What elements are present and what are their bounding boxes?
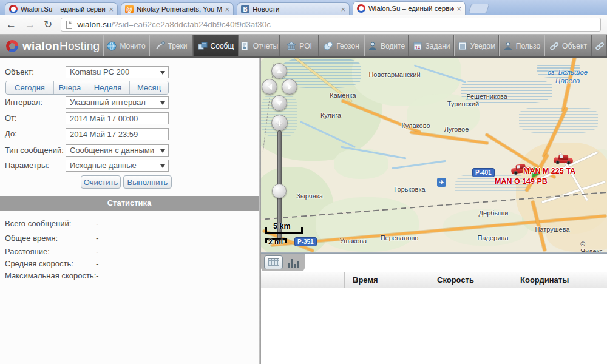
page-icon bbox=[66, 21, 72, 29]
nav-item-users[interactable]: Пользо bbox=[499, 35, 544, 56]
pan-up-button[interactable] bbox=[271, 63, 287, 79]
nav-item-jobs[interactable]: 14 Задани bbox=[409, 35, 454, 56]
nav-item-drivers[interactable]: Водите bbox=[364, 35, 409, 56]
yandex-map[interactable]: Новотарманский Каменка Туринский Решетни… bbox=[261, 58, 607, 252]
nav-item-partial[interactable] bbox=[592, 35, 607, 56]
nav-item-label: Сообщ bbox=[211, 42, 234, 50]
tab-title: Wialon.Su – единый сервис bbox=[21, 5, 106, 13]
lake-label: оз. Большое Царево bbox=[536, 69, 599, 86]
wialon-toolbar: wialonHosting Монито Треки Сообщ Отчеты … bbox=[0, 35, 607, 58]
stat-value: - bbox=[96, 247, 98, 256]
vehicle-label[interactable]: MAN М 225 ТА bbox=[523, 167, 575, 175]
stat-label: Общее время: bbox=[5, 234, 58, 243]
nav-item-notifications[interactable]: Уведом bbox=[454, 35, 499, 56]
tab-title: Nikolay Pomeranets, You Mig bbox=[137, 5, 222, 13]
map-place-label: Патрушева bbox=[535, 226, 569, 233]
nav-item-label: Геозон bbox=[336, 42, 359, 50]
nav-item-label: Объект bbox=[562, 42, 587, 50]
nav-item-reports[interactable]: Отчеты bbox=[239, 35, 280, 56]
nav-item-tracks[interactable]: Треки bbox=[149, 35, 193, 56]
vehicle-label[interactable]: MAN О 149 РВ bbox=[495, 177, 548, 186]
stat-value: - bbox=[96, 234, 98, 243]
vehicle-marker-man-m225[interactable] bbox=[554, 154, 574, 164]
week-button[interactable]: Неделя bbox=[86, 81, 129, 94]
stat-label: Всего сообщений: bbox=[5, 219, 71, 228]
to-label: До: bbox=[5, 128, 17, 140]
tab-close-icon[interactable]: × bbox=[456, 5, 461, 13]
today-button[interactable]: Сегодня bbox=[6, 81, 53, 94]
to-date-input[interactable] bbox=[66, 128, 169, 140]
track-icon bbox=[155, 41, 165, 51]
nav-item-geofences[interactable]: Геозон bbox=[319, 35, 364, 56]
messages-result-panel: Время Скорость Координаты bbox=[261, 252, 607, 364]
zoom-slider-knob[interactable] bbox=[272, 184, 287, 198]
user-icon bbox=[503, 41, 513, 51]
chevron-down-icon bbox=[160, 71, 165, 75]
column-header-coordinates[interactable]: Координаты bbox=[512, 272, 607, 288]
map-place-label: Кулаково bbox=[401, 122, 430, 129]
from-date-input[interactable] bbox=[66, 112, 169, 124]
browser-tab-news[interactable]: B Новости × bbox=[237, 2, 350, 15]
url-omnibox[interactable]: wialon.su /?sid=ea62ce2a8ddcfab24db9c40f… bbox=[61, 18, 601, 32]
map-place-label: Решетникова bbox=[466, 93, 507, 100]
agent-favicon: @ bbox=[125, 5, 134, 13]
road-badge: Р-401 bbox=[472, 168, 495, 177]
plus-icon: + bbox=[277, 118, 283, 128]
object-select[interactable]: Komatsu PC 200 bbox=[66, 66, 169, 78]
nav-item-poi[interactable]: POI bbox=[280, 35, 319, 56]
yesterday-button[interactable]: Вчера bbox=[53, 81, 86, 94]
nav-item-label: Монито bbox=[120, 42, 145, 50]
pan-right-button[interactable] bbox=[282, 79, 297, 95]
pan-left-button[interactable] bbox=[262, 79, 277, 95]
browser-tab-wialon-1[interactable]: Wialon.Su – единый сервис × bbox=[5, 2, 118, 15]
tab-close-icon[interactable]: × bbox=[109, 5, 114, 13]
reload-button[interactable]: ↻ bbox=[44, 19, 52, 30]
tab-close-icon[interactable]: × bbox=[341, 5, 345, 13]
map-place-label: Падерина bbox=[477, 234, 508, 241]
column-header-speed[interactable]: Скорость bbox=[429, 272, 512, 288]
browser-tab-agent[interactable]: @ Nikolay Pomeranets, You Mig × bbox=[121, 2, 234, 15]
map-place-label: Ушакова bbox=[340, 237, 367, 244]
forward-button[interactable]: → bbox=[25, 19, 35, 30]
scale-km-bracket bbox=[265, 228, 303, 234]
nav-item-label: Отчеты bbox=[253, 42, 278, 50]
map-place-label: Перевалово bbox=[381, 234, 419, 241]
back-button[interactable]: ← bbox=[6, 19, 16, 30]
nav-item-messages[interactable]: Сообщ bbox=[193, 35, 239, 56]
zoom-in-button[interactable]: + bbox=[271, 115, 288, 131]
nav-item-units[interactable]: Объект bbox=[544, 35, 592, 56]
column-header-empty[interactable] bbox=[261, 272, 345, 288]
column-header-time[interactable]: Время bbox=[345, 272, 429, 288]
new-tab-button[interactable] bbox=[468, 4, 489, 13]
arrow-right-icon bbox=[288, 84, 292, 90]
map-place-label: Луговое bbox=[444, 126, 469, 133]
params-select[interactable]: Исходные данные bbox=[66, 160, 169, 172]
map-place-label: Туринский bbox=[447, 100, 479, 107]
nav-item-label: POI bbox=[299, 42, 312, 50]
logo-primary: wialon bbox=[22, 39, 59, 52]
interval-label: Интервал: bbox=[5, 96, 42, 109]
map-place-label: Горьковка bbox=[394, 186, 425, 193]
stat-value: - bbox=[96, 259, 98, 268]
browser-tab-wialon-active[interactable]: Wialon.Su – единый сервис × bbox=[353, 1, 466, 15]
execute-button[interactable]: Выполнить bbox=[123, 175, 172, 189]
tab-title: Wialon.Su – единый сервис bbox=[368, 5, 454, 12]
nav-item-monitoring[interactable]: Монито bbox=[103, 35, 149, 56]
table-view-button[interactable] bbox=[264, 255, 283, 269]
clear-button[interactable]: Очистить bbox=[81, 175, 121, 189]
tab-close-icon[interactable]: × bbox=[225, 5, 229, 13]
wialon-favicon bbox=[357, 4, 365, 13]
arrow-up-icon bbox=[276, 69, 282, 73]
driver-icon bbox=[368, 41, 378, 51]
message-type-select[interactable]: Сообщения с данными bbox=[66, 144, 169, 157]
map-place-label: Кулига bbox=[320, 112, 341, 119]
chart-view-button[interactable] bbox=[288, 258, 300, 268]
interval-select[interactable]: Указанный интервал bbox=[66, 96, 169, 109]
pan-down-button[interactable] bbox=[271, 95, 287, 111]
result-view-tabs bbox=[261, 254, 607, 272]
from-label: От: bbox=[5, 112, 17, 124]
month-button[interactable]: Месяц bbox=[129, 81, 168, 94]
scale-mi-label: 2 mi bbox=[268, 238, 283, 246]
wialon-hosting-logo: wialonHosting bbox=[0, 35, 103, 56]
message-type-label: Тип сообщений: bbox=[5, 144, 64, 157]
